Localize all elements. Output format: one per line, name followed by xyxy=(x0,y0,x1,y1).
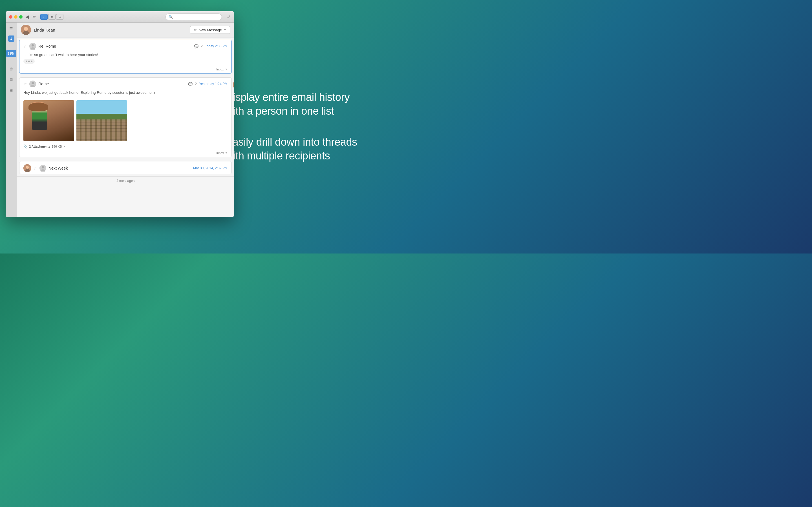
back-icon[interactable]: ◀ xyxy=(26,14,29,19)
right-panel: Display entire email historywith a perso… xyxy=(225,91,389,163)
tagline-2: Easily drill down into threadswith multi… xyxy=(225,135,389,163)
contact-header: Linda Kean ✏ New Message ▼ xyxy=(17,22,234,38)
fullscreen-icon[interactable]: ⤢ xyxy=(227,14,231,19)
svg-point-1 xyxy=(24,27,28,31)
attachment-size: 196 KB xyxy=(52,145,62,148)
inbox-dropdown-icon[interactable]: ▼ xyxy=(225,68,227,71)
main-area: ☰ 1 6 PM 🗑 ▤ ▦ Linda Kean xyxy=(6,22,234,217)
star-icon[interactable]: ☆ xyxy=(23,44,27,48)
window-controls xyxy=(9,15,22,18)
compose-toolbar-icon[interactable]: ✏ xyxy=(33,14,36,19)
search-input[interactable] xyxy=(174,15,219,19)
next-week-avatar xyxy=(23,164,31,172)
rome-user-avatar xyxy=(29,80,36,87)
compose-icon: ✏ xyxy=(194,27,197,32)
grid-view-button[interactable]: ⊞ xyxy=(56,14,63,20)
rome-message-footer: Inbox ▼ xyxy=(19,150,232,157)
minimize-button[interactable] xyxy=(14,15,17,18)
next-week-header: ☆ Next Week Mar 30, 2014, 2:32 PM xyxy=(19,161,232,174)
email-area: Linda Kean ✏ New Message ▼ ☆ xyxy=(17,22,234,217)
attachment-dropdown-icon[interactable]: ▼ xyxy=(63,145,66,148)
card-view-button[interactable]: ▪ xyxy=(40,14,48,20)
sidebar-badge: 1 xyxy=(8,36,14,42)
svg-point-16 xyxy=(42,166,44,168)
sidebar-trash-icon[interactable]: 🗑 xyxy=(7,65,15,73)
typing-indicator xyxy=(23,59,35,64)
view-buttons: ▪ ≡ ⊞ xyxy=(40,14,63,20)
new-message-button[interactable]: ✏ New Message ▼ xyxy=(190,26,230,34)
next-week-user-icon xyxy=(40,165,46,172)
scooter-image xyxy=(23,100,74,141)
svg-point-9 xyxy=(233,80,234,90)
svg-point-13 xyxy=(26,166,29,169)
inbox-label: Inbox xyxy=(216,68,224,71)
rome-message-time: Yesterday 1:24 PM xyxy=(199,82,227,86)
message-header: ☆ Re: Rome 💬 2 Today 2 xyxy=(19,40,232,51)
close-button[interactable] xyxy=(9,15,12,18)
contact-name: Linda Kean xyxy=(34,27,187,33)
attachment-info: 📎 2 Attachments 196 KB ▼ xyxy=(19,143,232,150)
title-bar: ◀ ✏ ▪ ≡ ⊞ 🔍 ⤢ xyxy=(6,11,234,22)
reply-icon: 💬 xyxy=(194,44,199,48)
search-bar[interactable]: 🔍 xyxy=(165,13,222,20)
message-time: Today 2:36 PM xyxy=(205,44,227,48)
rome-star-icon[interactable]: ☆ xyxy=(23,82,27,86)
typing-dot xyxy=(31,61,33,62)
message-body: Looks so great, can't wait to hear your … xyxy=(19,51,232,66)
rome-reply-count: 2 xyxy=(195,82,197,86)
tagline-1: Display entire email historywith a perso… xyxy=(225,91,389,118)
colosseum-image xyxy=(77,100,127,141)
sidebar: ☰ 1 6 PM 🗑 ▤ ▦ xyxy=(6,22,17,217)
rome-reply-icon: 💬 xyxy=(188,82,193,86)
typing-dot xyxy=(28,61,30,62)
sidebar-folder-icon[interactable]: ▦ xyxy=(7,86,15,94)
rome-inbox-dropdown-icon[interactable]: ▼ xyxy=(225,152,227,154)
reply-count: 2 xyxy=(201,44,203,48)
sidebar-filter-icon[interactable]: ☰ xyxy=(7,25,15,33)
next-week-star-icon[interactable]: ☆ xyxy=(34,166,37,170)
next-week-message-card[interactable]: ☆ Next Week Mar 30, 2014, 2:32 PM xyxy=(19,161,232,174)
message-subject: Re: Rome xyxy=(38,44,192,48)
search-icon: 🔍 xyxy=(168,15,173,19)
next-week-subject: Next Week xyxy=(49,166,191,170)
svg-point-4 xyxy=(32,44,34,47)
sender-avatar xyxy=(233,80,234,90)
rome-message-header: ☆ Rome 💬 2 Yesterday 1 xyxy=(19,78,232,89)
svg-point-7 xyxy=(32,82,34,84)
messages-count: 4 messages xyxy=(17,176,234,185)
message-footer: Inbox ▼ xyxy=(19,66,232,73)
messages-list: ☆ Re: Rome 💬 2 Today 2 xyxy=(17,38,234,176)
list-view-button[interactable]: ≡ xyxy=(48,14,56,20)
rome-message-card[interactable]: ☆ Rome 💬 2 Yesterday 1 xyxy=(19,77,232,157)
maximize-button[interactable] xyxy=(19,15,22,18)
mail-window: ◀ ✏ ▪ ≡ ⊞ 🔍 ⤢ ☰ 1 6 PM 🗑 ▤ ▦ xyxy=(6,11,234,217)
paperclip-icon: 📎 xyxy=(23,145,28,149)
message-preview: Looks so great, can't wait to hear your … xyxy=(23,53,98,57)
user-avatar-icon xyxy=(29,43,36,50)
attachment-count: 2 Attachments xyxy=(29,145,50,148)
rome-message-subject: Rome xyxy=(38,82,186,86)
rome-message-body: Hey Linda, we just got back home. Explor… xyxy=(19,89,232,98)
rome-images-row xyxy=(19,98,232,143)
toolbar: ◀ ✏ ▪ ≡ ⊞ 🔍 ⤢ xyxy=(26,13,231,20)
next-week-time: Mar 30, 2014, 2:32 PM xyxy=(193,166,227,170)
rome-inbox-label: Inbox xyxy=(216,151,224,155)
sidebar-time-label: 6 PM xyxy=(6,50,16,57)
contact-avatar xyxy=(21,25,31,35)
message-card[interactable]: ☆ Re: Rome 💬 2 Today 2 xyxy=(19,40,232,73)
typing-dot xyxy=(26,61,28,62)
sidebar-archive-icon[interactable]: ▤ xyxy=(7,75,15,83)
new-message-label: New Message xyxy=(199,28,222,32)
dropdown-arrow-icon: ▼ xyxy=(223,29,226,32)
